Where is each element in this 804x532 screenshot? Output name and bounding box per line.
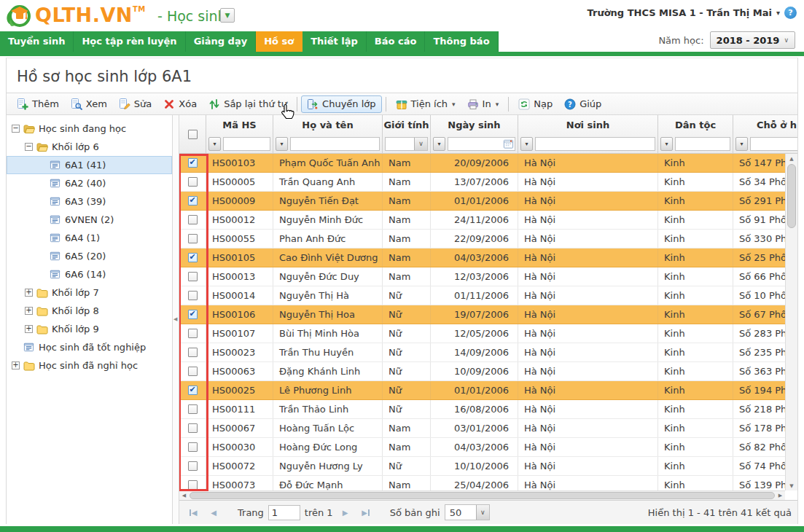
column-header[interactable]: Giới tính xyxy=(383,115,430,134)
filter-input[interactable] xyxy=(290,137,380,151)
last-page-button[interactable]: ▶ xyxy=(358,505,374,520)
row-checkbox[interactable] xyxy=(188,196,198,206)
vertical-scrollbar[interactable]: ▲ ▼ xyxy=(785,154,797,490)
table-row[interactable]: HS00013Nguyễn Đức DuyNam12/03/2006Hà Nội… xyxy=(179,267,797,286)
tab-giang-day[interactable]: Giảng dạy xyxy=(186,31,257,52)
module-dropdown[interactable]: ▼ xyxy=(220,8,235,23)
filter-operator-button[interactable]: ▾ xyxy=(276,137,288,151)
tree-item[interactable]: 6A6 (14) xyxy=(7,265,172,283)
them-button[interactable]: Thêm xyxy=(11,95,65,113)
row-checkbox[interactable] xyxy=(188,177,198,187)
tab-bao-cao[interactable]: Báo cáo xyxy=(367,31,426,52)
page-number-input[interactable] xyxy=(268,505,300,520)
select-all-checkbox[interactable] xyxy=(188,130,198,139)
collapse-toggle[interactable]: − xyxy=(12,125,20,133)
tree-item[interactable]: +Khối lớp 8 xyxy=(7,302,172,320)
school-user-label[interactable]: Trường THCS MISA 1 - Trần Thị Mai xyxy=(588,7,772,18)
tree-item[interactable]: 6VNEN (2) xyxy=(7,211,172,229)
table-row[interactable]: HS00103Phạm Quốc Tuấn AnhNam20/09/2006Hà… xyxy=(179,154,797,173)
tab-thong-bao[interactable]: Thông báo xyxy=(425,31,498,52)
table-row[interactable]: HS00105Cao Đình Việt DươngNam04/03/2006H… xyxy=(179,249,797,267)
filter-input[interactable] xyxy=(535,137,655,151)
calendar-icon[interactable] xyxy=(503,138,514,149)
scroll-left-button[interactable]: ◀ xyxy=(179,491,189,500)
row-checkbox[interactable] xyxy=(188,253,198,262)
table-row[interactable]: HS00014Nguyễn Thị HàNữ01/11/2006Hà NộiKi… xyxy=(179,286,797,305)
tree-item[interactable]: +Học sinh đã nghỉ học xyxy=(7,356,172,375)
expand-toggle[interactable]: + xyxy=(12,361,20,369)
scroll-up-button[interactable]: ▲ xyxy=(786,154,797,163)
tab-tuyen-sinh[interactable]: Tuyển sinh xyxy=(0,31,74,52)
row-checkbox[interactable] xyxy=(188,348,198,357)
tab-ho-so[interactable]: Hồ sơ xyxy=(256,31,303,52)
row-checkbox[interactable] xyxy=(188,329,198,338)
first-page-button[interactable]: ◀ xyxy=(185,505,201,520)
table-row[interactable]: HS00025Lê Phương LinhNữ01/01/2006Hà NộiK… xyxy=(179,381,797,400)
table-row[interactable]: HS00107Bùi Thị Minh HòaNữ12/05/2006Hà Nộ… xyxy=(179,324,797,343)
tree-item[interactable]: −Học sinh đang học xyxy=(7,120,172,138)
filter-operator-button[interactable]: ▾ xyxy=(520,137,533,151)
tree-item[interactable]: −Khối lớp 6 xyxy=(7,138,172,156)
next-page-button[interactable]: ▶ xyxy=(337,505,354,520)
tree-item[interactable]: 6A1 (41) xyxy=(7,156,172,174)
giup-button[interactable]: ?Giúp xyxy=(558,95,607,113)
tree-item[interactable]: 6A4 (1) xyxy=(7,229,172,247)
row-checkbox[interactable] xyxy=(188,461,198,471)
row-checkbox[interactable] xyxy=(188,367,198,376)
table-row[interactable]: HS00073Đỗ Đức MạnhNam25/04/2006Hà NộiKin… xyxy=(179,476,797,490)
table-row[interactable]: HS00063Đặng Khánh LinhNữ10/09/2006Hà Nội… xyxy=(179,362,797,381)
tree-item[interactable]: 6A2 (40) xyxy=(7,174,172,192)
table-row[interactable]: HS00012Nguyễn Minh ĐứcNam24/11/2006Hà Nộ… xyxy=(179,211,797,230)
xoa-button[interactable]: Xóa xyxy=(157,95,203,113)
column-header[interactable]: Dân tộc xyxy=(658,115,733,134)
horizontal-scrollbar[interactable]: ◀ ▶ xyxy=(179,490,785,500)
tab-hoc-tap-ren-luyen[interactable]: Học tập rèn luyện xyxy=(74,31,185,52)
tree-item[interactable]: +Khối lớp 7 xyxy=(7,283,172,302)
column-header[interactable]: Họ và tên xyxy=(273,115,382,134)
row-checkbox[interactable] xyxy=(188,291,198,300)
tab-thiet-lap[interactable]: Thiết lập xyxy=(303,31,367,52)
page-size-select[interactable]: 50∨ xyxy=(445,504,490,520)
row-checkbox[interactable] xyxy=(188,234,198,243)
expand-toggle[interactable]: + xyxy=(25,289,33,297)
column-header[interactable]: Mã HS xyxy=(206,115,273,134)
scroll-right-button[interactable]: ▶ xyxy=(776,491,785,500)
help-icon[interactable]: ? xyxy=(784,7,797,19)
table-row[interactable]: HS00055Phan Anh ĐứcNam22/09/2006Hà NộiKi… xyxy=(179,230,797,249)
table-row[interactable]: HS00009Nguyễn Tiến ĐạtNam01/01/2006Hà Nộ… xyxy=(179,192,797,211)
row-checkbox[interactable] xyxy=(188,480,198,490)
table-row[interactable]: HS00030Hoàng Đức LongNam04/03/2006Hà Nội… xyxy=(179,438,797,457)
tree-item[interactable]: 6A3 (39) xyxy=(7,192,172,211)
prev-page-button[interactable]: ◀ xyxy=(206,505,222,520)
chevron-down-icon[interactable]: ▾ xyxy=(776,9,780,17)
tree-item[interactable]: Học sinh đã tốt nghiệp xyxy=(7,338,172,356)
column-header[interactable]: Nơi sinh xyxy=(518,115,657,134)
column-header[interactable]: Chỗ ở h xyxy=(733,115,797,134)
school-year-select[interactable]: 2018 - 2019∨ xyxy=(710,31,795,49)
sap-lai-thu-tu-button[interactable]: Sắp lại thứ tự xyxy=(203,95,293,113)
row-checkbox[interactable] xyxy=(188,442,198,452)
expand-toggle[interactable]: + xyxy=(25,325,33,333)
filter-select[interactable]: ∨ xyxy=(385,137,428,151)
scroll-down-button[interactable]: ▼ xyxy=(786,481,797,490)
filter-date-input[interactable] xyxy=(448,137,515,151)
filter-input[interactable] xyxy=(675,137,730,151)
table-row[interactable]: HS00106Nguyễn Thị HoaNữ19/07/2006Hà NộiK… xyxy=(179,305,797,324)
expand-toggle[interactable]: + xyxy=(25,307,33,315)
chuyen-lop-button[interactable]: Chuyển lớp xyxy=(301,95,381,113)
table-row[interactable]: HS00111Trần Thảo LinhNữ16/08/2006Hà NộiK… xyxy=(179,400,797,419)
table-row[interactable]: HS00005Trần Quang AnhNam13/07/2006Hà Nội… xyxy=(179,173,797,192)
filter-operator-button[interactable]: ▾ xyxy=(208,137,221,151)
sua-button[interactable]: Sửa xyxy=(113,95,157,113)
row-checkbox[interactable] xyxy=(188,158,198,168)
row-checkbox[interactable] xyxy=(188,404,198,414)
filter-input[interactable] xyxy=(750,137,797,151)
tree-item[interactable]: +Khối lớp 9 xyxy=(7,320,172,338)
row-checkbox[interactable] xyxy=(188,386,198,395)
filter-operator-button[interactable]: ▾ xyxy=(660,137,673,151)
collapse-toggle[interactable]: − xyxy=(25,143,33,151)
xem-button[interactable]: Xem xyxy=(65,95,113,113)
tien-ich-button[interactable]: Tiện ích▾ xyxy=(390,95,461,113)
nap-button[interactable]: Nạp xyxy=(512,95,558,113)
table-row[interactable]: HS00067Hoàng Tuấn LộcNam03/01/2006Hà Nội… xyxy=(179,419,797,438)
